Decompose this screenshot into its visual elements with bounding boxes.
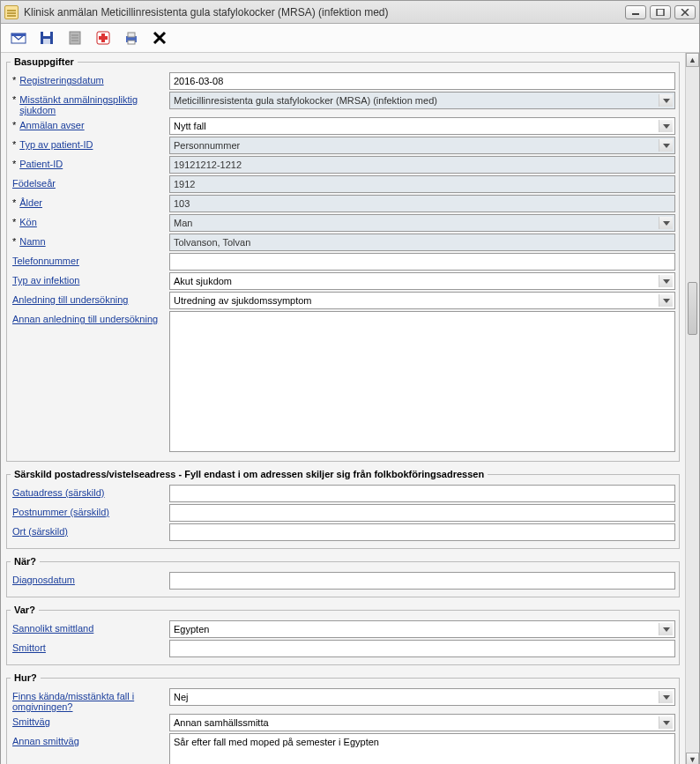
- value-smittvag: Annan samhällssmitta: [174, 717, 269, 728]
- window-title: Klinisk anmälan Meticillinresistenta gul…: [24, 6, 625, 19]
- label-misstankt-sjukdom[interactable]: Misstänkt anmälningspliktig sjukdom: [19, 94, 166, 115]
- field-smittvag[interactable]: Annan samhällssmitta: [169, 714, 675, 731]
- svg-rect-1: [657, 9, 664, 16]
- save-button[interactable]: [38, 29, 56, 47]
- field-smittland[interactable]: Egypten: [169, 620, 675, 638]
- label-annan-anledning[interactable]: Annan anledning till undersökning: [12, 314, 158, 324]
- scroll-up-button[interactable]: ▲: [686, 53, 699, 67]
- form-content: Basuppgifter *Registreringsdatum 2016-03…: [1, 53, 685, 764]
- required-marker: *: [12, 197, 16, 208]
- field-registreringsdatum[interactable]: 2016-03-08: [169, 72, 675, 90]
- value-typ-infektion: Akut sjukdom: [174, 276, 232, 286]
- minimize-button[interactable]: [625, 5, 646, 19]
- section-basuppgifter: Basuppgifter *Registreringsdatum 2016-03…: [6, 56, 680, 462]
- maximize-icon: [656, 9, 665, 16]
- label-postnummer[interactable]: Postnummer (särskild): [12, 507, 109, 517]
- label-ort[interactable]: Ort (särskild): [12, 526, 68, 537]
- label-smittland[interactable]: Sannolikt smittland: [12, 623, 93, 634]
- cancel-button[interactable]: [151, 29, 168, 47]
- label-typ-patientid[interactable]: Typ av patient-ID: [19, 139, 93, 150]
- field-typ-infektion[interactable]: Akut sjukdom: [169, 272, 675, 290]
- label-registreringsdatum[interactable]: Registreringsdatum: [19, 75, 103, 85]
- required-marker: *: [12, 159, 16, 169]
- label-annan-smittvag[interactable]: Annan smittväg: [12, 736, 79, 746]
- chevron-down-icon[interactable]: [659, 275, 673, 287]
- field-postnummer[interactable]: [169, 504, 675, 522]
- svg-rect-8: [43, 39, 50, 44]
- value-kon: Man: [174, 218, 192, 228]
- chevron-down-icon[interactable]: [659, 294, 673, 307]
- label-alder[interactable]: Ålder: [19, 197, 42, 208]
- svg-rect-17: [128, 33, 135, 37]
- field-anmalan-avser[interactable]: Nytt fall: [169, 117, 675, 135]
- field-smittort[interactable]: [169, 640, 675, 657]
- label-smittvag[interactable]: Smittväg: [12, 716, 50, 727]
- window-buttons: [625, 5, 696, 19]
- field-annan-smittvag[interactable]: Sår efter fall med moped på semester i E…: [169, 733, 675, 764]
- svg-rect-0: [632, 13, 639, 15]
- scroll-thumb[interactable]: [688, 282, 697, 335]
- required-marker: *: [12, 217, 16, 227]
- field-namn[interactable]: Tolvanson, Tolvan: [169, 234, 675, 251]
- chevron-down-icon[interactable]: [659, 120, 673, 132]
- field-diagnosdatum[interactable]: [169, 572, 675, 590]
- label-anmalan-avser[interactable]: Anmälan avser: [19, 120, 84, 130]
- chevron-down-icon[interactable]: [659, 139, 673, 152]
- legend-hur: Hur?: [11, 672, 41, 683]
- chevron-down-icon[interactable]: [659, 623, 673, 635]
- app-window: Klinisk anmälan Meticillinresistenta gul…: [0, 0, 700, 764]
- x-icon: [151, 29, 168, 47]
- required-marker: *: [12, 94, 16, 105]
- field-patientid[interactable]: 19121212-1212: [169, 156, 675, 174]
- label-gatuadress[interactable]: Gatuadress (särskild): [12, 487, 105, 498]
- svg-rect-5: [11, 33, 26, 36]
- minimize-icon: [631, 9, 640, 16]
- mail-button[interactable]: [10, 29, 27, 47]
- field-typ-patientid[interactable]: Personnummer: [169, 137, 675, 154]
- value-anledning: Utredning av sjukdomssymptom: [174, 295, 312, 306]
- field-kanda-fall[interactable]: Nej: [169, 688, 675, 706]
- label-kon[interactable]: Kön: [19, 217, 37, 227]
- label-typ-infektion[interactable]: Typ av infektion: [12, 275, 79, 286]
- value-misstankt-sjukdom: Meticillinresistenta gula stafylokocker …: [174, 95, 437, 106]
- close-button[interactable]: [674, 5, 696, 19]
- maximize-button[interactable]: [650, 5, 671, 19]
- print-button[interactable]: [123, 29, 140, 47]
- field-telefonnummer[interactable]: [169, 253, 675, 271]
- required-marker: *: [12, 139, 16, 150]
- legend-basuppgifter: Basuppgifter: [11, 56, 78, 67]
- chevron-down-icon[interactable]: [659, 217, 673, 229]
- chevron-down-icon[interactable]: [659, 94, 673, 107]
- medical-button[interactable]: [94, 29, 112, 47]
- field-gatuadress[interactable]: [169, 485, 675, 502]
- field-ort[interactable]: [169, 523, 675, 541]
- label-smittort[interactable]: Smittort: [12, 642, 46, 653]
- label-diagnosdatum[interactable]: Diagnosdatum: [12, 575, 75, 585]
- titlebar: Klinisk anmälan Meticillinresistenta gul…: [1, 1, 699, 24]
- scroll-down-button[interactable]: ▼: [686, 753, 699, 764]
- field-fodelsear[interactable]: 1912: [169, 175, 675, 193]
- required-marker: *: [12, 120, 16, 130]
- label-namn[interactable]: Namn: [19, 236, 45, 247]
- vertical-scrollbar[interactable]: ▲ ▼: [685, 53, 699, 764]
- label-patientid[interactable]: Patient-ID: [19, 159, 63, 169]
- field-kon[interactable]: Man: [169, 214, 675, 232]
- label-kanda-fall[interactable]: Finns kända/misstänkta fall i omgivninge…: [12, 691, 166, 712]
- value-smittland: Egypten: [174, 624, 209, 634]
- field-annan-anledning[interactable]: [169, 311, 675, 452]
- field-anledning[interactable]: Utredning av sjukdomssymptom: [169, 292, 675, 309]
- field-alder[interactable]: 103: [169, 195, 675, 212]
- label-fodelsear[interactable]: Födelseår: [12, 178, 56, 189]
- chevron-down-icon[interactable]: [659, 716, 673, 729]
- legend-var: Var?: [11, 605, 39, 615]
- mail-icon: [10, 29, 27, 47]
- label-anledning[interactable]: Anledning till undersökning: [12, 294, 128, 305]
- toolbar: [1, 24, 699, 53]
- legend-nar: När?: [11, 556, 40, 567]
- required-marker: *: [12, 75, 16, 85]
- field-misstankt-sjukdom[interactable]: Meticillinresistenta gula stafylokocker …: [169, 92, 675, 109]
- label-telefonnummer[interactable]: Telefonnummer: [12, 256, 79, 266]
- chevron-down-icon[interactable]: [659, 691, 673, 703]
- svg-rect-7: [43, 32, 50, 36]
- document-button[interactable]: [66, 29, 84, 47]
